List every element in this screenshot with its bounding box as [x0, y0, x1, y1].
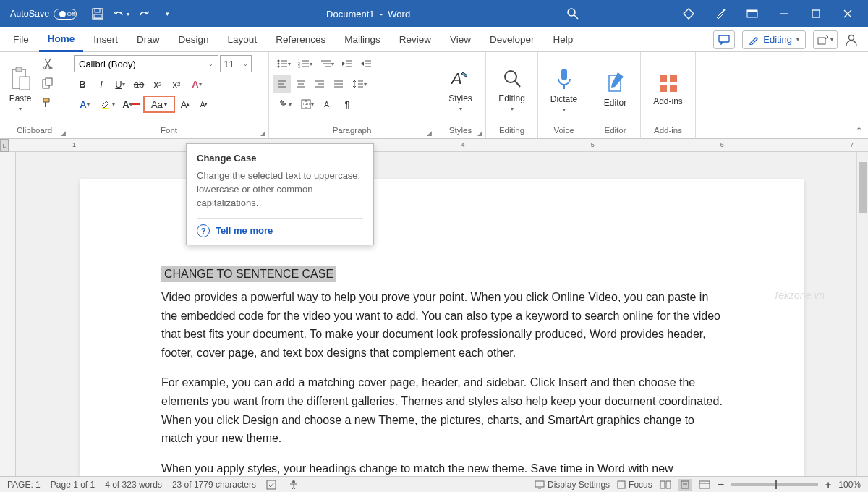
selected-text[interactable]: CHANGE TO SENTENCE CASE — [161, 266, 336, 282]
svg-rect-69 — [670, 85, 677, 92]
change-case-button[interactable]: Aa — [143, 96, 175, 113]
display-settings-button[interactable]: Display Settings — [535, 480, 610, 490]
bullets-button[interactable]: ▾ — [273, 55, 294, 72]
search-icon[interactable] — [558, 3, 587, 25]
collapse-ribbon-icon[interactable]: ⌃ — [856, 126, 862, 135]
borders-button[interactable]: ▾ — [297, 96, 318, 113]
align-right-button[interactable] — [311, 75, 328, 93]
align-left-button[interactable] — [273, 75, 291, 93]
undo-icon[interactable]: ▾ — [110, 3, 132, 25]
show-marks-button[interactable]: ¶ — [339, 96, 356, 113]
tab-mailings[interactable]: Mailings — [336, 27, 389, 52]
zoom-in-button[interactable]: + — [825, 479, 831, 491]
paragraph[interactable]: When you apply styles, your headings cha… — [161, 459, 723, 476]
tab-file[interactable]: File — [4, 27, 38, 52]
strikethrough-button[interactable]: ab — [130, 75, 148, 93]
tell-me-more-link[interactable]: ?Tell me more — [197, 218, 363, 237]
editing-mode-button[interactable]: Editing ▾ — [742, 30, 806, 49]
vertical-scrollbar[interactable] — [856, 152, 868, 476]
zoom-slider[interactable] — [731, 483, 818, 486]
spellcheck-icon[interactable] — [266, 480, 278, 490]
zoom-level[interactable]: 100% — [838, 480, 861, 490]
tab-design[interactable]: Design — [170, 27, 218, 52]
tab-developer[interactable]: Developer — [481, 27, 543, 52]
decrease-indent-button[interactable] — [339, 55, 356, 72]
text-effects-button[interactable]: A▾ — [187, 75, 207, 93]
cut-icon[interactable] — [39, 55, 56, 72]
zoom-out-button[interactable]: − — [718, 478, 724, 491]
tab-draw[interactable]: Draw — [128, 27, 169, 52]
vertical-ruler[interactable] — [0, 152, 16, 476]
accessibility-icon[interactable] — [288, 480, 299, 490]
paragraph-launcher-icon[interactable]: ◢ — [427, 130, 432, 137]
editor-button[interactable]: Editor — [595, 55, 636, 124]
tab-layout[interactable]: Layout — [219, 27, 266, 52]
save-icon[interactable] — [87, 3, 109, 25]
focus-button[interactable]: Focus — [617, 480, 652, 490]
print-layout-icon[interactable] — [678, 479, 692, 491]
status-page[interactable]: Page 1 of 1 — [51, 480, 95, 490]
superscript-button[interactable]: x2 — [168, 75, 185, 93]
italic-button[interactable]: I — [93, 75, 110, 93]
diamond-icon[interactable] — [674, 3, 703, 25]
increase-indent-button[interactable] — [357, 55, 375, 72]
status-chars[interactable]: 23 of 1779 characters — [172, 480, 256, 490]
paragraph[interactable]: For example, you can add a matching cove… — [161, 373, 723, 447]
bold-button[interactable]: B — [74, 75, 91, 93]
dictate-button[interactable]: Dictate▾ — [542, 55, 585, 124]
subscript-button[interactable]: x2 — [149, 75, 166, 93]
editing-find-button[interactable]: Editing▾ — [490, 55, 533, 124]
align-center-button[interactable] — [292, 75, 310, 93]
line-spacing-button[interactable]: ▾ — [349, 75, 370, 93]
font-color-button[interactable]: A▾ — [120, 96, 142, 113]
copy-icon[interactable] — [39, 75, 56, 92]
toggle-off-icon[interactable]: Off — [54, 9, 77, 20]
sort-button[interactable]: A↓ — [320, 96, 337, 113]
status-page-short[interactable]: PAGE: 1 — [7, 480, 41, 490]
scrollbar-thumb[interactable] — [859, 162, 867, 213]
tooltip-body: Change the selected text to uppercase, l… — [197, 169, 363, 211]
underline-button[interactable]: U▾ — [111, 75, 129, 93]
tab-insert[interactable]: Insert — [85, 27, 127, 52]
styles-launcher-icon[interactable]: ◢ — [477, 130, 482, 137]
tab-help[interactable]: Help — [545, 27, 582, 52]
comments-button[interactable] — [713, 30, 735, 49]
font-name-select[interactable]: Calibri (Body)⌄ — [74, 55, 218, 72]
close-icon[interactable] — [833, 3, 862, 25]
font-launcher-icon[interactable]: ◢ — [260, 130, 265, 137]
tab-selector-icon[interactable]: L — [0, 139, 9, 152]
account-icon[interactable] — [845, 33, 864, 46]
numbering-button[interactable]: 123▾ — [295, 55, 315, 72]
paragraph[interactable]: Video provides a powerful way to help yo… — [161, 288, 723, 362]
web-layout-icon[interactable] — [699, 480, 710, 489]
justify-button[interactable] — [330, 75, 347, 93]
format-painter-icon[interactable] — [39, 94, 56, 111]
redo-icon[interactable] — [133, 3, 155, 25]
styles-button[interactable]: A Styles▾ — [440, 55, 481, 124]
share-button[interactable]: ▾ — [813, 30, 838, 49]
tab-references[interactable]: References — [267, 27, 334, 52]
clipboard-launcher-icon[interactable]: ◢ — [61, 130, 66, 137]
shading-button[interactable]: ▾ — [273, 96, 295, 113]
tab-review[interactable]: Review — [391, 27, 440, 52]
brush-icon[interactable] — [706, 3, 735, 25]
horizontal-ruler[interactable]: L 1 2 3 4 5 6 7 — [0, 139, 868, 152]
minimize-icon[interactable] — [770, 3, 799, 25]
multilevel-button[interactable]: ▾ — [317, 55, 337, 72]
tab-view[interactable]: View — [441, 27, 480, 52]
maximize-icon[interactable] — [801, 3, 830, 25]
status-words[interactable]: 4 of 323 words — [105, 480, 162, 490]
paste-button[interactable]: Paste ▾ — [4, 55, 36, 124]
addins-button[interactable]: Add-ins — [645, 55, 691, 124]
editor-icon — [605, 71, 626, 96]
tab-home[interactable]: Home — [39, 27, 84, 52]
text-effects2-button[interactable]: A▾ — [74, 96, 95, 113]
shrink-font-button[interactable]: A▾ — [195, 96, 213, 113]
ribbon-display-icon[interactable] — [738, 3, 767, 25]
read-mode-icon[interactable] — [660, 480, 671, 489]
highlight-button[interactable]: ▾ — [97, 96, 119, 113]
font-size-select[interactable]: 11⌄ — [220, 55, 252, 72]
grow-font-button[interactable]: A▴ — [176, 96, 194, 113]
qat-customize-icon[interactable]: ▾ — [156, 3, 178, 25]
autosave-toggle[interactable]: AutoSave Off — [10, 9, 77, 20]
